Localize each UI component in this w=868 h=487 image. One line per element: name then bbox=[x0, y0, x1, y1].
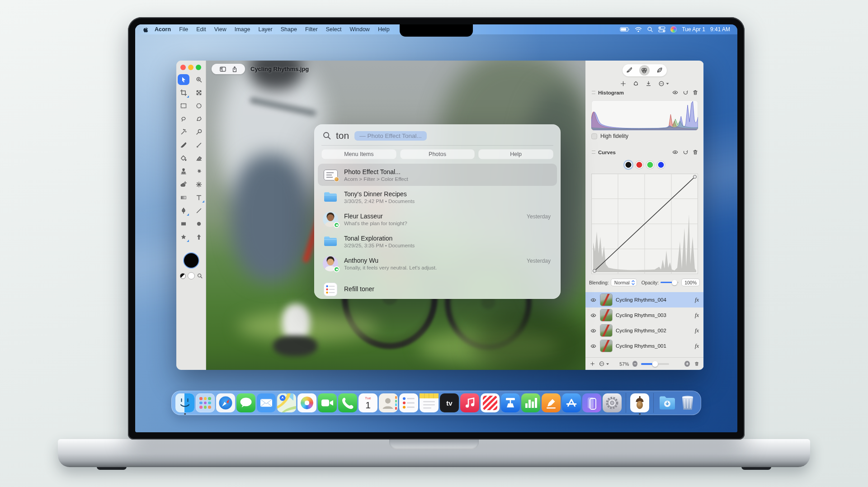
flood-fill-tool[interactable] bbox=[178, 153, 189, 164]
gradient-line-tool[interactable] bbox=[193, 140, 205, 151]
lasso-tool[interactable] bbox=[178, 113, 189, 124]
visibility-icon[interactable] bbox=[672, 149, 679, 155]
opacity-slider[interactable] bbox=[660, 282, 679, 284]
siri-icon[interactable] bbox=[670, 26, 677, 33]
pen-tool[interactable] bbox=[178, 205, 189, 216]
line-tool[interactable] bbox=[193, 205, 205, 216]
dodge-tool[interactable] bbox=[178, 179, 189, 190]
layer-options-icon[interactable] bbox=[599, 361, 609, 367]
dock-finder[interactable] bbox=[175, 393, 194, 412]
channel-green-dot[interactable] bbox=[647, 162, 653, 168]
menu-filter[interactable]: Filter bbox=[301, 24, 322, 34]
result-tonal-exploration[interactable]: Tonal Exploration3/29/25, 3:35 PM • Docu… bbox=[318, 230, 557, 252]
zoom-tool[interactable] bbox=[193, 74, 205, 85]
dock-trash[interactable] bbox=[678, 393, 697, 412]
filters-mode-icon[interactable] bbox=[639, 65, 650, 76]
dock-calendar[interactable]: Tue1 bbox=[359, 393, 377, 412]
layer-visibility-icon[interactable] bbox=[590, 343, 597, 349]
menu-file[interactable]: File bbox=[175, 24, 192, 34]
minimize-button[interactable] bbox=[188, 65, 193, 70]
menu-bar-time[interactable]: 9:41 AM bbox=[710, 26, 730, 33]
menu-select[interactable]: Select bbox=[322, 24, 346, 34]
layer-visibility-icon[interactable] bbox=[590, 328, 597, 334]
dock-pages[interactable] bbox=[542, 393, 561, 412]
dock-keynote[interactable] bbox=[501, 393, 520, 412]
delete-icon[interactable] bbox=[693, 149, 698, 155]
channel-red-dot[interactable] bbox=[636, 162, 642, 168]
dock-system-settings[interactable] bbox=[603, 393, 622, 412]
download-preset-icon[interactable] bbox=[645, 80, 651, 87]
dock-iphone-mirroring[interactable] bbox=[582, 393, 601, 412]
layer-fx-badge[interactable]: fx bbox=[695, 312, 699, 319]
dock-notes[interactable] bbox=[420, 393, 439, 412]
layer-visibility-icon[interactable] bbox=[590, 297, 597, 303]
move-tool[interactable] bbox=[178, 74, 189, 85]
zoom-button[interactable] bbox=[196, 65, 201, 70]
dock-facetime[interactable] bbox=[318, 393, 337, 412]
brush-tool[interactable] bbox=[178, 140, 189, 151]
spatter-tool[interactable] bbox=[193, 166, 205, 177]
zoom-in-icon[interactable]: + bbox=[684, 361, 689, 367]
delete-icon[interactable] bbox=[693, 90, 698, 95]
dock-contacts[interactable] bbox=[379, 393, 398, 412]
dock-news[interactable] bbox=[481, 393, 500, 412]
blending-select[interactable]: Normal bbox=[611, 279, 637, 286]
menu-edit[interactable]: Edit bbox=[192, 24, 210, 34]
dock-app-store[interactable] bbox=[562, 393, 581, 412]
dock-photos[interactable] bbox=[297, 393, 316, 412]
result-refill-toner[interactable]: Refill toner bbox=[318, 278, 557, 300]
drag-handle-icon[interactable] bbox=[592, 91, 595, 94]
loupe-icon[interactable] bbox=[197, 273, 203, 279]
instant-alpha-tool[interactable] bbox=[193, 127, 205, 137]
burn-tool[interactable] bbox=[193, 179, 205, 190]
dock-messages[interactable] bbox=[236, 393, 255, 412]
result-anthony-wu[interactable]: Anthony WuYesterdayTonally, it feels ver… bbox=[318, 252, 557, 274]
delete-layer-icon[interactable] bbox=[694, 361, 699, 367]
dock-safari[interactable] bbox=[216, 393, 235, 412]
result-fleur-lasseur[interactable]: Fleur LasseurYesterdayWhat's the plan fo… bbox=[318, 208, 557, 230]
search-input[interactable]: ton bbox=[336, 130, 349, 141]
search-autocomplete[interactable]: — Photo Effect Tonal... bbox=[354, 131, 427, 141]
dock-music[interactable] bbox=[460, 393, 479, 412]
battery-icon[interactable] bbox=[620, 27, 630, 32]
menu-layer[interactable]: Layer bbox=[254, 24, 276, 34]
dock-launchpad[interactable] bbox=[196, 393, 215, 412]
rectangle-shape-tool[interactable] bbox=[178, 218, 189, 229]
leaf-mode-icon[interactable] bbox=[656, 66, 663, 75]
default-colors-swatch[interactable] bbox=[180, 273, 186, 279]
chip-menu-items[interactable]: Menu Items bbox=[321, 149, 396, 159]
more-options-icon[interactable] bbox=[658, 80, 669, 87]
color-wheel-icon[interactable] bbox=[632, 80, 639, 87]
menu-view[interactable]: View bbox=[210, 24, 231, 34]
clone-stamp-tool[interactable] bbox=[178, 166, 189, 177]
crop-tool[interactable] bbox=[178, 87, 189, 98]
chip-photos[interactable]: Photos bbox=[400, 149, 475, 159]
transform-tool[interactable] bbox=[193, 87, 205, 98]
polygon-lasso-tool[interactable] bbox=[193, 113, 205, 124]
control-center-icon[interactable] bbox=[658, 26, 665, 33]
star-shape-tool[interactable] bbox=[178, 232, 189, 242]
canvas-zoom-slider[interactable] bbox=[641, 363, 669, 365]
visibility-icon[interactable] bbox=[672, 90, 679, 95]
magic-wand-tool[interactable] bbox=[178, 127, 189, 137]
curves-editor[interactable] bbox=[591, 174, 698, 274]
reset-icon[interactable] bbox=[683, 90, 689, 95]
dock-numbers[interactable] bbox=[521, 393, 540, 412]
drag-handle-icon[interactable] bbox=[592, 151, 595, 154]
menu-acorn[interactable]: Acorn bbox=[151, 24, 175, 34]
channel-rgb-dot[interactable] bbox=[625, 162, 631, 168]
gradient-tool[interactable] bbox=[178, 192, 189, 203]
dock-tv[interactable]: tv bbox=[440, 393, 459, 412]
ellipse-shape-tool[interactable] bbox=[193, 218, 205, 229]
add-filter-icon[interactable] bbox=[620, 80, 626, 87]
result-tonys-dinner-recipes[interactable]: Tony's Dinner Recipes3/30/25, 2:42 PM • … bbox=[318, 186, 557, 208]
apple-menu-icon[interactable] bbox=[142, 26, 149, 33]
secondary-color-swatch[interactable] bbox=[188, 272, 195, 279]
layer-visibility-icon[interactable] bbox=[590, 312, 597, 318]
chip-help[interactable]: Help bbox=[478, 149, 553, 159]
dock-acorn[interactable] bbox=[630, 393, 649, 412]
zoom-out-icon[interactable]: − bbox=[632, 361, 637, 367]
reset-icon[interactable] bbox=[683, 149, 689, 155]
menu-window[interactable]: Window bbox=[345, 24, 373, 34]
brush-mode-icon[interactable] bbox=[626, 66, 633, 75]
